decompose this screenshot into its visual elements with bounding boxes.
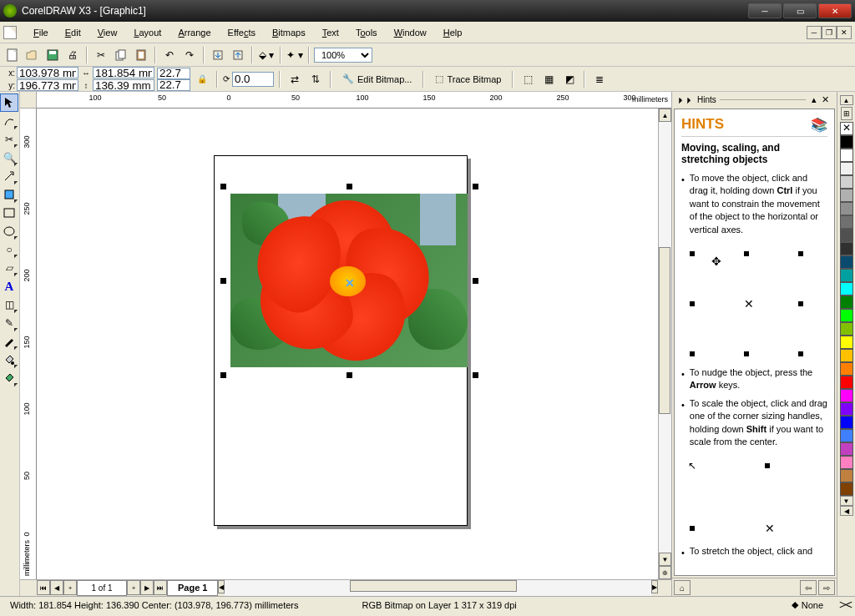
docker-collapse-button[interactable]: ▴ [809, 94, 819, 105]
bitmap-color-mask-button[interactable]: ◩ [560, 70, 579, 88]
menu-file[interactable]: File [25, 25, 57, 40]
height-input[interactable] [93, 79, 154, 91]
scale-x-input[interactable] [157, 68, 190, 79]
color-swatch[interactable] [840, 322, 853, 336]
color-swatch[interactable] [840, 215, 853, 229]
menu-bitmaps[interactable]: Bitmaps [264, 25, 314, 40]
color-swatch[interactable] [840, 362, 853, 376]
color-swatch[interactable] [840, 376, 853, 389]
hints-back-button[interactable]: ⇦ [800, 580, 817, 595]
color-swatch[interactable] [840, 269, 853, 282]
palette-down-button[interactable]: ▼ [840, 496, 853, 506]
pick-tool[interactable] [0, 93, 18, 112]
scroll-up-button[interactable]: ▲ [659, 109, 671, 122]
eyedropper-tool[interactable]: ✎ [0, 314, 18, 332]
trace-bitmap-button[interactable]: ⬚Trace Bitmap [429, 70, 507, 88]
export-button[interactable] [229, 46, 247, 64]
freehand-tool[interactable] [0, 167, 18, 185]
copy-button[interactable] [112, 46, 130, 64]
no-color-swatch[interactable] [840, 122, 853, 135]
color-swatch[interactable] [840, 162, 853, 175]
zoom-tool[interactable]: 🔍 [0, 149, 18, 167]
selection-handle-e[interactable] [473, 278, 478, 284]
color-swatch[interactable] [840, 229, 853, 242]
selected-bitmap[interactable]: ✕ [230, 194, 468, 367]
color-swatch[interactable] [840, 482, 853, 496]
page-first-button[interactable]: ⏮ [37, 580, 50, 595]
selection-handle-s[interactable] [347, 372, 352, 378]
scroll-track[interactable] [225, 580, 651, 596]
mirror-h-button[interactable]: ⇄ [286, 70, 304, 88]
paste-button[interactable] [132, 46, 150, 64]
y-input[interactable] [17, 79, 78, 91]
color-swatch[interactable] [840, 416, 853, 429]
selection-handle-se[interactable] [473, 372, 478, 378]
page-prev-button[interactable]: ◀ [50, 580, 63, 595]
outline-tool[interactable] [0, 332, 18, 351]
fill-tool[interactable] [0, 351, 18, 369]
polygon-tool[interactable]: ○ [0, 240, 18, 259]
page-tab-1[interactable]: Page 1 [167, 580, 218, 596]
app-launcher-button[interactable]: ⬙ ▾ [257, 46, 276, 64]
color-swatch[interactable] [840, 135, 853, 149]
cut-button[interactable]: ✂ [92, 46, 110, 64]
color-swatch[interactable] [840, 255, 853, 269]
interactive-blend-tool[interactable]: ◫ [0, 295, 18, 314]
mirror-v-button[interactable]: ⇅ [306, 70, 325, 88]
ruler-horizontal[interactable]: 100 50 0 50 100 150 200 250 300 millimet… [37, 92, 671, 109]
page-last-button[interactable]: ⏭ [154, 580, 167, 595]
crop-tool[interactable]: ✂ [0, 130, 18, 149]
color-swatch[interactable] [840, 456, 853, 469]
crop-bitmap-button[interactable]: ⬚ [519, 70, 537, 88]
hints-home-button[interactable]: ⌂ [674, 580, 691, 595]
docker-close-button[interactable]: ✕ [819, 94, 832, 105]
minimize-button[interactable]: ─ [748, 3, 782, 18]
scale-y-input[interactable] [157, 79, 190, 91]
scroll-extra-button[interactable]: ⊕ [659, 566, 671, 579]
scroll-track[interactable] [659, 122, 671, 553]
hints-forward-button[interactable]: ⇨ [818, 580, 835, 595]
scroll-left-button[interactable]: ◀ [218, 580, 225, 593]
color-swatch[interactable] [840, 349, 853, 362]
color-swatch[interactable] [840, 189, 853, 202]
rectangle-tool[interactable] [0, 204, 18, 222]
page-next-button[interactable]: ▶ [140, 580, 154, 595]
menu-edit[interactable]: Edit [57, 25, 89, 40]
ellipse-tool[interactable] [0, 222, 18, 240]
menu-window[interactable]: Window [386, 25, 435, 40]
ruler-origin[interactable] [20, 92, 37, 109]
color-swatch[interactable] [840, 469, 853, 482]
ruler-vertical[interactable]: 300 250 200 150 100 50 0 millimeters [20, 109, 37, 579]
color-swatch[interactable] [840, 336, 853, 349]
workspace[interactable]: ✕ [37, 109, 658, 579]
edit-bitmap-button[interactable]: 🔧Edit Bitmap... [336, 70, 417, 88]
scroll-thumb[interactable] [659, 247, 670, 414]
scroll-thumb[interactable] [350, 580, 517, 592]
x-input[interactable] [17, 67, 78, 78]
menu-arrange[interactable]: Arrange [169, 25, 219, 40]
save-button[interactable] [43, 46, 62, 64]
menu-text[interactable]: Text [314, 25, 347, 40]
book-icon[interactable]: 📚 [811, 117, 827, 133]
selection-handle-nw[interactable] [220, 184, 226, 189]
scroll-right-button[interactable]: ▶ [651, 580, 658, 593]
print-button[interactable]: 🖨 [63, 46, 82, 64]
color-swatch[interactable] [840, 442, 853, 456]
menu-view[interactable]: View [89, 25, 126, 40]
mdi-minimize-button[interactable]: ─ [807, 26, 822, 39]
vertical-scrollbar[interactable]: ▲ ▼ ⊕ [658, 109, 671, 579]
color-swatch[interactable] [840, 175, 853, 189]
docker-tab[interactable]: ⊞ [841, 107, 852, 120]
menu-tools[interactable]: Tools [347, 25, 386, 40]
shape-tool[interactable] [0, 112, 18, 130]
palette-flyout-button[interactable]: ◀ [840, 506, 853, 516]
mdi-restore-button[interactable]: ❐ [822, 26, 837, 39]
welcome-button[interactable]: ✦ ▾ [286, 46, 304, 64]
new-button[interactable] [3, 46, 22, 64]
basic-shapes-tool[interactable]: ▱ [0, 259, 18, 277]
resample-button[interactable]: ▦ [539, 70, 558, 88]
color-swatch[interactable] [840, 402, 853, 416]
maximize-button[interactable]: ▭ [783, 3, 817, 18]
zoom-combo[interactable]: 100% [314, 48, 372, 63]
open-button[interactable] [23, 46, 42, 64]
